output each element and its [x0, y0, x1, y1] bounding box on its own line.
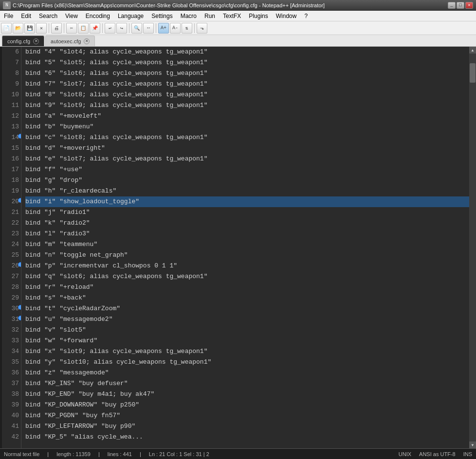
menu-?[interactable]: ?: [300, 11, 311, 21]
line-num-28: 28: [2, 282, 19, 293]
find-button[interactable]: 🔍: [131, 23, 142, 34]
menu-settings[interactable]: Settings: [147, 11, 176, 21]
code-line-33[interactable]: bind "w" "+forward": [25, 335, 469, 346]
menu-language[interactable]: Language: [114, 11, 147, 21]
code-line-22[interactable]: bind "k" "radio2": [25, 218, 469, 229]
menu-macro[interactable]: Macro: [177, 11, 201, 21]
code-line-14[interactable]: bind "c" "slot8; alias cycle_weapons tg_…: [25, 132, 469, 143]
replace-button[interactable]: ↔: [143, 23, 154, 34]
code-line-28[interactable]: bind "r" "+reload": [25, 282, 469, 293]
line-num-34: 34: [2, 346, 19, 357]
code-line-41[interactable]: bind "KP_LEFTARROW" "buy p90": [25, 421, 469, 432]
code-line-20[interactable]: bind "i" "show_loadout_toggle": [25, 196, 469, 207]
sep3: [102, 23, 103, 33]
code-line-7[interactable]: bind "5" "slot5; alias cycle_weapons tg_…: [25, 57, 469, 68]
wrap-button[interactable]: ⬎: [197, 23, 207, 34]
scrollbar-right[interactable]: ▲ ▼: [469, 47, 476, 448]
menu-search[interactable]: Search: [35, 11, 61, 21]
line-numbers: 6789101112131415161718192021222324252627…: [2, 47, 21, 448]
app-icon: N: [3, 1, 11, 9]
file-type: Normal text file: [4, 451, 39, 457]
tab-autoexec-label: autoexec.cfg: [51, 38, 81, 44]
paste-button[interactable]: 📌: [90, 23, 100, 34]
scroll-thumb[interactable]: [470, 63, 476, 83]
undo-button[interactable]: ↩: [105, 23, 115, 34]
code-line-35[interactable]: bind "y" "slot10; alias cycle_weapons tg…: [25, 357, 469, 368]
bookmark-30: [18, 305, 21, 310]
tab-config-close[interactable]: ✕: [33, 38, 39, 44]
line-num-7: 7: [2, 57, 19, 68]
save-button[interactable]: 💾: [24, 23, 35, 34]
code-line-16[interactable]: bind "e" "slot7; alias cycle_weapons tg_…: [25, 154, 469, 164]
print-button[interactable]: 🖨: [51, 23, 62, 34]
line-num-20: 20: [2, 196, 19, 207]
code-line-39[interactable]: bind "KP_DOWNARROW" "buy p250": [25, 400, 469, 410]
code-line-15[interactable]: bind "d" "+moveright": [25, 143, 469, 154]
line-num-17: 17: [2, 164, 19, 175]
code-line-26[interactable]: bind "p" "incrementvar cl_showpos 0 1 1": [25, 261, 469, 271]
code-line-8[interactable]: bind "6" "slot6; alias cycle_weapons tg_…: [25, 68, 469, 79]
code-line-19[interactable]: bind "h" "r_cleardecals": [25, 186, 469, 196]
sync-scroll-button[interactable]: ⇅: [182, 23, 192, 34]
code-area[interactable]: bind "4" "slot4; alias cycle_weapons tg_…: [21, 47, 469, 448]
code-line-25[interactable]: bind "n" "toggle net_graph": [25, 250, 469, 261]
code-line-38[interactable]: bind "KP_END" "buy m4a1; buy ak47": [25, 389, 469, 400]
menu-run[interactable]: Run: [201, 11, 219, 21]
line-endings: UNIX: [399, 451, 411, 457]
menu-window[interactable]: Window: [272, 11, 301, 21]
code-line-17[interactable]: bind "f" "+use": [25, 164, 469, 175]
code-line-24[interactable]: bind "m" "teammenu": [25, 239, 469, 250]
code-line-40[interactable]: bind "KP_PGDN" "buy fn57": [25, 410, 469, 421]
code-line-31[interactable]: bind "u" "messagemode2": [25, 314, 469, 325]
code-line-42[interactable]: bind "KP_5" "alias cycle_wea...: [25, 432, 469, 442]
cut-button[interactable]: ✂: [66, 23, 77, 34]
code-line-12[interactable]: bind "a" "+moveleft": [25, 111, 469, 122]
zoom-in-button[interactable]: A+: [158, 23, 169, 34]
line-num-14: 14: [2, 132, 19, 143]
menu-view[interactable]: View: [61, 11, 82, 21]
code-line-23[interactable]: bind "l" "radio3": [25, 229, 469, 239]
code-line-29[interactable]: bind "s" "+back": [25, 293, 469, 303]
menu-edit[interactable]: Edit: [17, 11, 35, 21]
minimize-button[interactable]: _: [448, 2, 456, 9]
code-line-6[interactable]: bind "4" "slot4; alias cycle_weapons tg_…: [25, 47, 469, 57]
code-line-21[interactable]: bind "j" "radio1": [25, 207, 469, 218]
close-button[interactable]: ✕: [465, 2, 473, 9]
line-num-33: 33: [2, 335, 19, 346]
line-num-29: 29: [2, 293, 19, 303]
code-line-11[interactable]: bind "9" "slot9; alias cycle_weapons tg_…: [25, 100, 469, 111]
ins-mode: INS: [463, 451, 472, 457]
line-num-16: 16: [2, 154, 19, 164]
code-line-36[interactable]: bind "z" "messagemode": [25, 368, 469, 378]
menu-plugins[interactable]: Plugins: [245, 11, 272, 21]
code-line-9[interactable]: bind "7" "slot7; alias cycle_weapons tg_…: [25, 79, 469, 89]
scroll-track[interactable]: [469, 53, 476, 441]
code-line-18[interactable]: bind "g" "drop": [25, 175, 469, 186]
open-button[interactable]: 📂: [13, 23, 23, 34]
scroll-down[interactable]: ▼: [469, 441, 476, 448]
titlebar-buttons: _ □ ✕: [448, 2, 473, 9]
menu-file[interactable]: File: [0, 11, 17, 21]
code-line-37[interactable]: bind "KP_INS" "buy defuser": [25, 378, 469, 389]
scroll-up[interactable]: ▲: [469, 47, 476, 53]
tab-autoexec-close[interactable]: ✕: [84, 38, 90, 44]
line-num-11: 11: [2, 100, 19, 111]
code-line-34[interactable]: bind "x" "slot9; alias cycle_weapons tg_…: [25, 346, 469, 357]
tab-autoexec-cfg[interactable]: autoexec.cfg ✕: [45, 35, 95, 46]
code-line-27[interactable]: bind "q" "slot6; alias cycle_weapons tg_…: [25, 271, 469, 282]
menu-encoding[interactable]: Encoding: [82, 11, 114, 21]
menu-textfx[interactable]: TextFX: [219, 11, 245, 21]
zoom-out-button[interactable]: A-: [170, 23, 181, 34]
close-file-button[interactable]: ✕: [36, 23, 47, 34]
redo-button[interactable]: ↪: [116, 23, 127, 34]
new-button[interactable]: 📄: [1, 23, 12, 34]
tab-config-cfg[interactable]: config.cfg ✕: [2, 35, 44, 46]
code-line-30[interactable]: bind "t" "cycleRadarZoom": [25, 303, 469, 314]
code-line-10[interactable]: bind "8" "slot8; alias cycle_weapons tg_…: [25, 89, 469, 100]
tab-config-label: config.cfg: [7, 38, 30, 44]
copy-button[interactable]: 📋: [78, 23, 89, 34]
code-line-32[interactable]: bind "v" "slot5": [25, 325, 469, 335]
menubar: FileEditSearchViewEncodingLanguageSettin…: [0, 11, 476, 21]
maximize-button[interactable]: □: [457, 2, 464, 9]
code-line-13[interactable]: bind "b" "buymenu": [25, 122, 469, 132]
